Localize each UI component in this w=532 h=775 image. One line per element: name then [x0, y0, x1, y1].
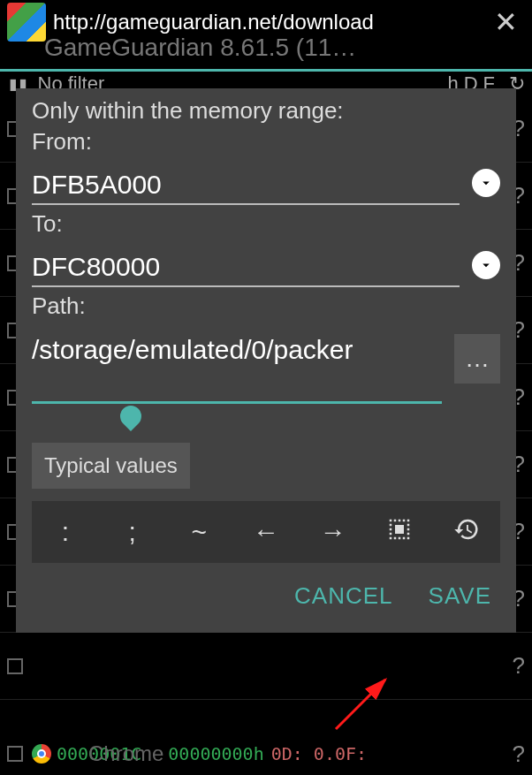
select-all-icon[interactable]: [377, 516, 422, 549]
list-row: ?: [0, 633, 532, 700]
checkbox[interactable]: [7, 746, 23, 762]
tilde-button[interactable]: ~: [177, 517, 221, 547]
symbol-toolbar: : ; ~ ← →: [32, 501, 500, 563]
val-text: 0D: 0.0F:: [271, 743, 367, 764]
bottom-row: 0000001C Chrome 00000000h 0D: 0.0F: ?: [0, 736, 532, 771]
checkbox[interactable]: [7, 658, 23, 674]
arrow-left-icon[interactable]: ←: [244, 517, 288, 547]
dialog-actions: CANCEL SAVE: [32, 563, 500, 624]
history-icon[interactable]: [445, 516, 489, 549]
chrome-icon: [32, 744, 51, 764]
url-bar: http://gameguardian.net/download ✕: [0, 4, 532, 40]
to-input[interactable]: [32, 243, 460, 287]
path-input[interactable]: [32, 325, 442, 404]
colon-button[interactable]: :: [43, 517, 87, 547]
to-dropdown-icon[interactable]: [472, 251, 500, 279]
from-dropdown-icon[interactable]: [472, 169, 500, 197]
memory-range-dialog: Only within the memory range: From: To: …: [16, 88, 516, 633]
to-label: To:: [32, 210, 500, 238]
help-icon[interactable]: ?: [513, 652, 525, 680]
typical-values-button[interactable]: Typical values: [32, 443, 190, 489]
text-cursor-icon: [116, 401, 146, 431]
browse-button[interactable]: …: [454, 334, 500, 384]
save-button[interactable]: SAVE: [429, 582, 491, 610]
help-icon[interactable]: ?: [513, 741, 525, 768]
cancel-button[interactable]: CANCEL: [294, 582, 392, 610]
app-icon: [7, 3, 46, 42]
from-label: From:: [32, 128, 500, 156]
semicolon-button[interactable]: ;: [110, 517, 155, 547]
from-input[interactable]: [32, 161, 460, 205]
dialog-title: Only within the memory range:: [32, 97, 500, 125]
arrow-right-icon[interactable]: →: [311, 517, 355, 547]
close-icon[interactable]: ✕: [487, 5, 525, 39]
url-text[interactable]: http://gameguardian.net/download: [53, 10, 487, 34]
path-label: Path:: [32, 293, 500, 320]
chrome-label: Chrome: [88, 741, 163, 766]
